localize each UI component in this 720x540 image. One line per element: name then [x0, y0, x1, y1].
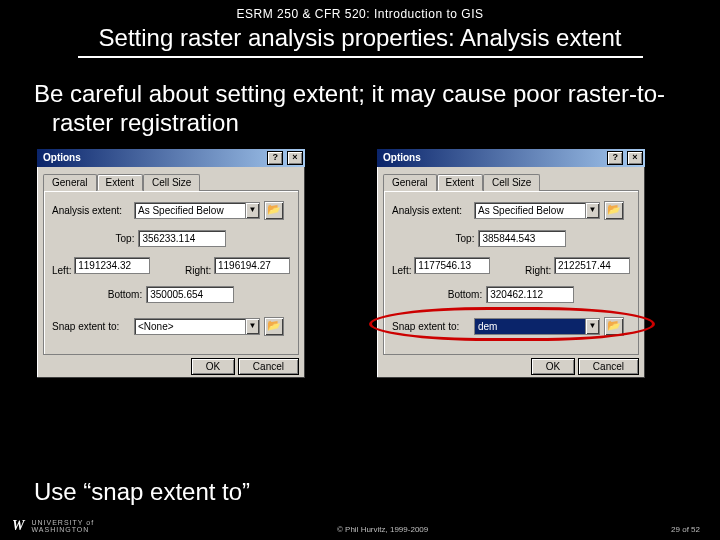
dialog-title: Options	[43, 152, 81, 163]
label-left: Left:	[392, 265, 411, 276]
tab-cellsize[interactable]: Cell Size	[483, 174, 540, 191]
tab-panel: Analysis extent: As Specified Below ▼ 📂 …	[43, 190, 299, 355]
folder-icon[interactable]: 📂	[604, 317, 624, 336]
options-dialog-right: Options ? × General Extent Cell Size Ana…	[376, 148, 646, 379]
body-advice: Use “snap extent to”	[34, 478, 250, 506]
label-analysis-extent: Analysis extent:	[392, 205, 470, 216]
tab-general[interactable]: General	[383, 174, 437, 191]
slide-title: Setting raster analysis properties: Anal…	[80, 24, 640, 52]
ok-button[interactable]: OK	[531, 358, 575, 375]
options-dialog-left: Options ? × General Extent Cell Size Ana…	[36, 148, 306, 379]
chevron-down-icon[interactable]: ▼	[245, 319, 259, 334]
right-field[interactable]: 2122517.44	[554, 257, 630, 274]
dialog-title: Options	[383, 152, 421, 163]
tab-strip: General Extent Cell Size	[383, 173, 645, 190]
titlebar: Options ? ×	[37, 149, 305, 167]
cancel-button[interactable]: Cancel	[578, 358, 639, 375]
folder-icon[interactable]: 📂	[264, 201, 284, 220]
label-snap: Snap extent to:	[52, 321, 130, 332]
body-warning: Be careful about setting extent; it may …	[34, 80, 684, 138]
snap-extent-combo[interactable]: <None> ▼	[134, 318, 260, 335]
tab-general[interactable]: General	[43, 174, 97, 191]
analysis-extent-combo[interactable]: As Specified Below ▼	[134, 202, 260, 219]
label-right: Right:	[185, 265, 211, 276]
left-field[interactable]: 1177546.13	[414, 257, 490, 274]
chevron-down-icon[interactable]: ▼	[585, 319, 599, 334]
logo-text: UNIVERSITY of WASHINGTON	[31, 519, 94, 533]
label-top: Top:	[456, 233, 475, 244]
title-rule	[78, 56, 643, 58]
chevron-down-icon[interactable]: ▼	[585, 203, 599, 218]
label-bottom: Bottom:	[448, 289, 482, 300]
close-icon[interactable]: ×	[287, 151, 303, 165]
label-top: Top:	[116, 233, 135, 244]
left-field[interactable]: 1191234.32	[74, 257, 150, 274]
label-analysis-extent: Analysis extent:	[52, 205, 130, 216]
combo-text: dem	[475, 319, 585, 334]
tab-extent[interactable]: Extent	[97, 174, 143, 191]
course-header: ESRM 250 & CFR 520: Introduction to GIS	[0, 0, 720, 24]
label-bottom: Bottom:	[108, 289, 142, 300]
ok-button[interactable]: OK	[191, 358, 235, 375]
titlebar: Options ? ×	[377, 149, 645, 167]
dialogs-row: Options ? × General Extent Cell Size Ana…	[36, 148, 720, 379]
combo-text: As Specified Below	[475, 203, 585, 218]
tab-panel: Analysis extent: As Specified Below ▼ 📂 …	[383, 190, 639, 355]
tab-cellsize[interactable]: Cell Size	[143, 174, 200, 191]
analysis-extent-combo[interactable]: As Specified Below ▼	[474, 202, 600, 219]
top-field[interactable]: 356233.114	[138, 230, 226, 247]
tab-extent[interactable]: Extent	[437, 174, 483, 191]
bottom-field[interactable]: 320462.112	[486, 286, 574, 303]
combo-text: As Specified Below	[135, 203, 245, 218]
combo-text: <None>	[135, 319, 245, 334]
label-right: Right:	[525, 265, 551, 276]
folder-icon[interactable]: 📂	[264, 317, 284, 336]
label-snap: Snap extent to:	[392, 321, 470, 332]
help-icon[interactable]: ?	[607, 151, 623, 165]
cancel-button[interactable]: Cancel	[238, 358, 299, 375]
tab-strip: General Extent Cell Size	[43, 173, 305, 190]
right-field[interactable]: 1196194.27	[214, 257, 290, 274]
page-number: 29 of 52	[671, 525, 700, 534]
help-icon[interactable]: ?	[267, 151, 283, 165]
snap-extent-combo[interactable]: dem ▼	[474, 318, 600, 335]
chevron-down-icon[interactable]: ▼	[245, 203, 259, 218]
footer: W UNIVERSITY of WASHINGTON © Phil Hurvit…	[0, 518, 720, 534]
bottom-field[interactable]: 350005.654	[146, 286, 234, 303]
folder-icon[interactable]: 📂	[604, 201, 624, 220]
uw-logo: W UNIVERSITY of WASHINGTON	[12, 518, 94, 534]
w-mark-icon: W	[12, 518, 25, 534]
label-left: Left:	[52, 265, 71, 276]
copyright: © Phil Hurvitz, 1999-2009	[337, 525, 428, 534]
close-icon[interactable]: ×	[627, 151, 643, 165]
top-field[interactable]: 385844.543	[478, 230, 566, 247]
